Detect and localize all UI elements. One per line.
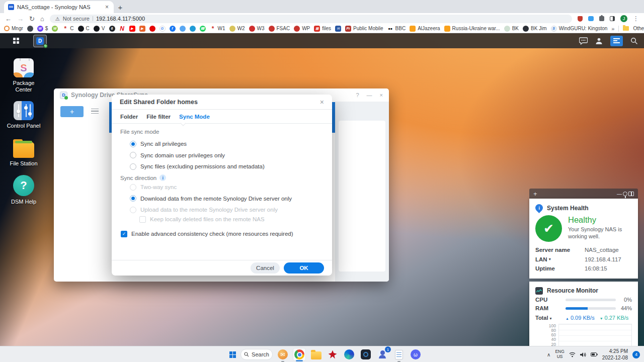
radio-option[interactable]: Sync files (excluding permissions and me… bbox=[130, 161, 265, 172]
profile-avatar[interactable]: J bbox=[620, 15, 627, 22]
bookmark-item[interactable]: * W1 bbox=[210, 26, 225, 32]
window-close-icon[interactable]: × bbox=[380, 92, 383, 98]
file-explorer-taskbar-icon[interactable] bbox=[309, 348, 323, 361]
notifications-chat-icon[interactable] bbox=[579, 37, 588, 45]
camera-app-taskbar-icon[interactable] bbox=[359, 348, 372, 361]
window-help-icon[interactable]: ? bbox=[356, 92, 359, 98]
side-panel-icon[interactable] bbox=[610, 16, 615, 21]
home-icon[interactable]: ⌂ bbox=[40, 16, 44, 22]
dialog-tab[interactable]: Sync Mode bbox=[179, 114, 210, 120]
bookmark-item[interactable]: ▦ files bbox=[314, 26, 331, 32]
bookmark-item[interactable]: Russia-Ukraine war... bbox=[444, 26, 500, 32]
teams-taskbar-icon[interactable]: 1 bbox=[376, 348, 389, 361]
desktop-icon-control-panel[interactable]: Control Panel bbox=[6, 101, 41, 129]
add-sync-task-button[interactable]: + bbox=[60, 106, 84, 117]
bookmark-item[interactable] bbox=[27, 26, 33, 32]
tab-close-icon[interactable]: × bbox=[104, 4, 110, 11]
taskbar-search[interactable]: Search bbox=[240, 349, 273, 360]
desktop-icon-package-center[interactable]: S Package Center bbox=[6, 56, 41, 93]
browser-tab[interactable]: NAS_cottage - Synology NAS × bbox=[4, 1, 114, 13]
drive-sharesync-taskbar-icon[interactable]: D ↻ bbox=[33, 35, 47, 47]
chrome-taskbar-icon[interactable] bbox=[293, 348, 306, 361]
dialog-close-icon[interactable]: × bbox=[320, 98, 324, 106]
clock[interactable]: 4:25 PM2022-12-08 bbox=[602, 348, 628, 361]
bookmark-item[interactable]: WP bbox=[294, 26, 310, 32]
advanced-check-checkbox-row[interactable]: ✓ Enable advanced consistency check (mor… bbox=[121, 229, 293, 239]
writer-taskbar-icon[interactable] bbox=[392, 348, 406, 361]
bookmark-item[interactable]: V bbox=[94, 26, 105, 32]
tray-expand-icon[interactable]: ∧ bbox=[547, 352, 550, 357]
bookmark-item[interactable]: 6 bbox=[109, 26, 115, 32]
widgets-minimize-icon[interactable]: — bbox=[617, 191, 622, 197]
bookmark-item[interactable]: ✉ bbox=[335, 26, 341, 32]
bookmark-item[interactable] bbox=[149, 26, 155, 32]
radio-option[interactable]: Sync all privileges bbox=[130, 138, 265, 150]
keep-deleted-checkbox-row[interactable]: Keep locally deleted files on the remote… bbox=[139, 214, 265, 224]
camera-extension-icon[interactable] bbox=[588, 16, 594, 21]
other-bookmarks-label[interactable]: Other bookmarks bbox=[633, 26, 644, 31]
ok-button[interactable]: OK bbox=[284, 262, 324, 274]
user-icon[interactable] bbox=[595, 37, 603, 45]
system-health-header[interactable]: i System Health bbox=[535, 203, 632, 213]
bookmark-item[interactable]: S WindGURU: Kingston bbox=[551, 26, 608, 32]
extensions-puzzle-icon[interactable] bbox=[599, 16, 604, 21]
start-button[interactable] bbox=[229, 351, 236, 358]
window-minimize-icon[interactable]: — bbox=[367, 92, 372, 98]
back-icon[interactable]: ← bbox=[5, 16, 12, 22]
notification-count-badge[interactable]: 4 bbox=[632, 351, 640, 358]
bookmark-item[interactable] bbox=[180, 26, 186, 32]
edge-taskbar-icon[interactable] bbox=[343, 348, 356, 361]
bookmark-item[interactable]: W2 bbox=[229, 26, 245, 32]
bookmark-item[interactable]: BK Jim bbox=[523, 26, 547, 32]
radio-option[interactable]: Sync domain user privileges only bbox=[130, 150, 265, 161]
ublock-extension-icon[interactable] bbox=[578, 16, 583, 22]
widgets-pin-icon[interactable] bbox=[623, 192, 627, 196]
desktop-icon-dsm-help[interactable]: ? DSM Help bbox=[6, 175, 41, 205]
bookmark-item[interactable] bbox=[190, 26, 196, 32]
caret-down-icon[interactable]: ▾ bbox=[550, 316, 552, 321]
reload-icon[interactable]: ↻ bbox=[29, 16, 35, 22]
radio-option[interactable]: Download data from the remote Synology D… bbox=[130, 193, 292, 205]
volume-icon[interactable] bbox=[580, 352, 586, 357]
info-icon[interactable]: i bbox=[159, 174, 166, 181]
dialog-tab[interactable]: Folder bbox=[120, 114, 138, 120]
red-app-taskbar-icon[interactable] bbox=[326, 348, 339, 361]
browser-menu-icon[interactable]: ⋮ bbox=[633, 15, 639, 22]
bookmark-item[interactable]: ▪▪ BBC bbox=[387, 26, 406, 32]
discord-taskbar-icon[interactable]: ω bbox=[409, 348, 422, 361]
bookmark-item[interactable]: BK bbox=[504, 26, 519, 32]
bookmark-item[interactable]: G bbox=[159, 26, 166, 32]
thunderbird-taskbar-icon[interactable]: ✉ bbox=[276, 348, 289, 361]
bookmark-item[interactable]: Pr Public Mobile bbox=[345, 26, 383, 32]
bookmark-item[interactable]: W3 bbox=[249, 26, 265, 32]
bookmark-item[interactable]: N bbox=[119, 26, 125, 32]
bookmark-item[interactable]: C bbox=[78, 26, 90, 32]
list-view-icon[interactable] bbox=[91, 109, 99, 114]
search-icon[interactable] bbox=[630, 37, 638, 45]
bookmark-item[interactable]: W $ bbox=[37, 26, 48, 32]
widgets-toggle-button[interactable] bbox=[610, 36, 623, 46]
widgets-layout-icon[interactable] bbox=[628, 192, 634, 196]
bookmark-item[interactable]: Mngr bbox=[4, 26, 23, 31]
new-tab-button[interactable]: + bbox=[114, 1, 127, 13]
bookmark-item[interactable]: AlJazeera bbox=[410, 26, 440, 32]
bookmark-item[interactable]: * C bbox=[62, 26, 73, 32]
wifi-icon[interactable] bbox=[569, 352, 576, 357]
bookmark-item[interactable]: W bbox=[52, 26, 58, 32]
bookmark-item[interactable]: f bbox=[170, 26, 176, 32]
radio-option[interactable]: Two-way sync bbox=[130, 182, 292, 193]
bookmark-item[interactable]: FSAC bbox=[269, 26, 290, 32]
language-indicator[interactable]: ENGUS bbox=[555, 349, 564, 359]
battery-icon[interactable] bbox=[591, 352, 598, 356]
add-widget-icon[interactable]: + bbox=[533, 190, 537, 198]
bookmarks-overflow-icon[interactable]: » bbox=[611, 26, 614, 32]
main-menu-icon[interactable] bbox=[13, 38, 19, 44]
dialog-tab[interactable]: File filter bbox=[146, 114, 171, 120]
address-bar[interactable]: ⚠ Not secure 192.168.4.117:5000 bbox=[50, 15, 572, 23]
resource-monitor-header[interactable]: Resource Monitor bbox=[535, 286, 632, 296]
cancel-button[interactable]: Cancel bbox=[251, 262, 280, 274]
bookmark-item[interactable]: ▶ bbox=[129, 26, 135, 32]
caret-down-icon[interactable]: ▾ bbox=[549, 257, 551, 261]
desktop-icon-file-station[interactable]: File Station bbox=[6, 138, 41, 167]
bookmark-item[interactable]: ☎ bbox=[200, 26, 206, 32]
